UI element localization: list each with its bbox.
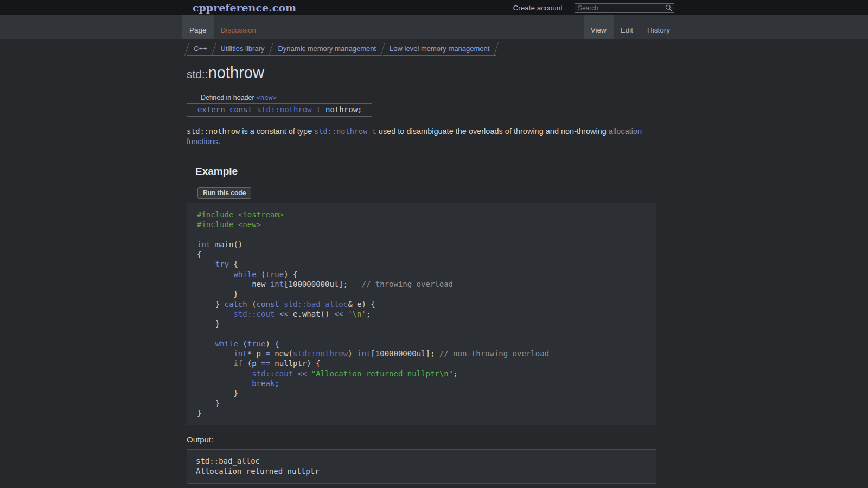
text-token [197, 339, 215, 348]
text-token: [100000000ul]; [371, 349, 439, 358]
run-this-code-button[interactable]: Run this code [197, 187, 251, 199]
tab-history[interactable]: History [640, 15, 677, 39]
tabs-left: PageDiscussion [182, 15, 263, 39]
page-title-name: nothrow [208, 64, 264, 81]
text-token: // throwing overload [361, 280, 453, 288]
header-new-link[interactable]: <new> [256, 93, 277, 101]
inline-link[interactable]: std::nothrow_t [257, 105, 321, 114]
text-token: ; [275, 379, 279, 388]
code-line: int* p = new(std::nothrow) int[100000000… [197, 349, 646, 358]
text-token: ) [348, 349, 357, 358]
text-token [197, 359, 233, 368]
declaration-row: extern const std::nothrow_t nothrow; [187, 104, 372, 117]
code-block: #include <iostream>#include <new> int ma… [187, 203, 656, 425]
text-token [275, 310, 279, 318]
inline-link[interactable]: std::nothrow [293, 349, 348, 358]
text-token: { [197, 250, 201, 259]
text-token: (p [242, 359, 261, 368]
code-line: break; [197, 378, 646, 388]
text-token: [100000000ul]; [284, 280, 361, 288]
code-line: } [197, 289, 646, 299]
text-token: const [257, 300, 279, 309]
text-token [197, 349, 233, 358]
main-content: C++Utilities libraryDynamic memory manag… [0, 39, 868, 488]
text-token: nothrow; [321, 105, 362, 114]
site-logo-title[interactable]: cppreference.com [193, 2, 296, 14]
output-label: Output: [187, 435, 676, 444]
definition-table: Defined in header <new> extern const std… [187, 92, 372, 117]
example-heading: Example [195, 165, 676, 177]
inline-link[interactable]: std::bad_alloc [284, 300, 348, 309]
tab-discussion[interactable]: Discussion [214, 15, 263, 39]
tab-edit[interactable]: Edit [614, 15, 640, 39]
text-token: try [215, 260, 229, 268]
defined-in-header-row: Defined in header <new> [187, 92, 372, 104]
search-box [575, 3, 674, 13]
code-line: new int[100000000ul]; // throwing overlo… [197, 279, 646, 289]
text-token: break [252, 379, 275, 388]
tab-view[interactable]: View [584, 15, 614, 39]
text-token: int [357, 349, 371, 358]
text-token: const [229, 105, 252, 114]
text-token: // non-throwing overload [439, 349, 549, 358]
text-token: . [218, 137, 220, 146]
text-token: while [233, 270, 256, 279]
text-token [279, 300, 284, 309]
code-line: { [197, 249, 646, 259]
text-token: & e) { [348, 300, 375, 309]
text-token: } [197, 290, 238, 298]
text-token [343, 310, 348, 318]
text-token: catch [225, 300, 247, 309]
breadcrumb-item[interactable]: C++ [187, 42, 214, 56]
code-line: } [197, 408, 646, 418]
code-line [197, 230, 646, 240]
text-token: std::nothrow [187, 127, 240, 136]
text-token: used to disambiguate the overloads of th… [376, 127, 609, 136]
text-token: true [265, 270, 284, 279]
text-token: = [265, 349, 270, 358]
text-token: } [197, 300, 225, 309]
text-token: ( [257, 270, 266, 279]
code-line [197, 329, 646, 339]
text-token: } [197, 319, 220, 328]
inline-link[interactable]: std::cout [252, 369, 293, 378]
text-token: new [197, 280, 270, 288]
search-icon[interactable] [665, 4, 672, 11]
code-line: } [197, 388, 646, 398]
text-token: '\n' [348, 310, 366, 318]
breadcrumb-item[interactable]: Dynamic memory management [271, 42, 382, 56]
output-line: std::bad_alloc [196, 456, 647, 466]
code-line: } [197, 319, 646, 329]
text-token: "Allocation returned nullptr [311, 369, 439, 378]
code-line: std::cout << "Allocation returned nullpt… [197, 369, 646, 378]
text-token: while [215, 339, 238, 348]
top-header: cppreference.com Create account [0, 0, 868, 15]
text-token: ( [238, 339, 247, 348]
text-token [225, 105, 229, 114]
text-token: { [229, 260, 238, 268]
create-account-link[interactable]: Create account [513, 4, 563, 12]
text-token: int [233, 349, 247, 358]
text-token: is a constant of type [240, 127, 314, 136]
tab-page[interactable]: Page [182, 15, 214, 39]
text-token: ( [247, 300, 257, 309]
output-line: Allocation returned nullptr [196, 466, 647, 477]
tabs-right: ViewEditHistory [584, 15, 677, 39]
breadcrumb-item[interactable]: Utilities library [214, 42, 271, 56]
text-token: " [449, 369, 453, 378]
breadcrumb-item[interactable]: Low level memory management [383, 42, 496, 56]
text-token [197, 270, 233, 279]
code-line: while (true) { [197, 339, 646, 349]
code-line: #include <iostream> [197, 210, 646, 220]
text-token: e.what() [289, 310, 334, 318]
text-token [197, 379, 252, 388]
code-line: } [197, 399, 646, 408]
page-title-namespace: std:: [187, 68, 208, 80]
search-input[interactable] [575, 3, 674, 13]
inline-link[interactable]: std::nothrow_t [314, 127, 376, 136]
code-line: try { [197, 259, 646, 269]
description-paragraph: std::nothrow is a constant of type std::… [187, 126, 645, 147]
inline-link[interactable]: std::cout [233, 310, 275, 318]
text-token: << [297, 369, 307, 378]
text-token: } [197, 399, 220, 408]
